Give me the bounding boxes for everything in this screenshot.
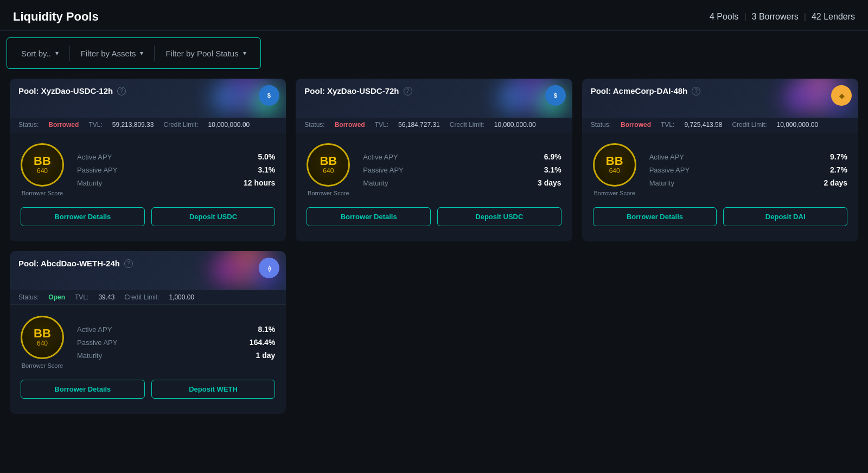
- pool-metrics: Active APY 8.1% Passive APY 164.4% Matur…: [77, 325, 275, 360]
- active-apy-row: Active APY 5.0%: [77, 152, 275, 161]
- active-apy-value: 6.9%: [544, 152, 561, 161]
- divider1: |: [744, 12, 746, 22]
- coin-icon: ◈: [831, 85, 852, 106]
- sort-by-chevron-icon: ▾: [55, 49, 59, 57]
- active-apy-row: Active APY 8.1%: [77, 325, 275, 334]
- svg-text:$: $: [554, 92, 558, 99]
- active-apy-label: Active APY: [649, 153, 684, 161]
- pool-card-header: Pool: AcmeCorp-DAI-48h ? ◈: [582, 79, 858, 118]
- borrower-rating: BB: [34, 328, 51, 340]
- maturity-label: Maturity: [77, 351, 102, 360]
- maturity-row: Maturity 1 day: [77, 351, 275, 360]
- filter-pool-status-label: Filter by Pool Status: [165, 49, 238, 58]
- coin-icon: $: [545, 85, 566, 106]
- pool-info-icon[interactable]: ?: [692, 87, 700, 95]
- passive-apy-label: Passive APY: [363, 166, 403, 174]
- pool-status-row: Status: Borrowed TVL: 9,725,413.58 Credi…: [582, 118, 858, 132]
- passive-apy-row: Passive APY 2.7%: [649, 165, 847, 174]
- passive-apy-row: Passive APY 3.1%: [77, 165, 275, 174]
- borrower-score-section: BB 640 Borrower Score: [21, 316, 64, 369]
- credit-limit-value: 10,000,000.00: [494, 121, 536, 129]
- passive-apy-row: Passive APY 164.4%: [77, 338, 275, 347]
- pool-status-row: Status: Borrowed TVL: 56,184,727.31 Cred…: [296, 118, 572, 132]
- pool-card-footer: Borrower Details Deposit USDC: [10, 202, 286, 236]
- borrower-details-button[interactable]: Borrower Details: [593, 207, 717, 226]
- borrower-score-circle: BB 640: [593, 143, 636, 187]
- pool-header-content: Pool: XyzDao-USDC-72h ?: [304, 86, 563, 95]
- tvl-label: TVL:: [661, 121, 674, 129]
- status-label: Status:: [304, 121, 324, 129]
- filter-assets-dropdown[interactable]: Filter by Assets ▾: [76, 47, 148, 60]
- pool-name: Pool: AbcdDao-WETH-24h: [18, 259, 120, 268]
- pool-header-content: Pool: XyzDao-USDC-12h ?: [18, 86, 277, 95]
- pool-card-header: Pool: XyzDao-USDC-12h ? $: [10, 79, 286, 118]
- pool-name-row: Pool: AcmeCorp-DAI-48h ?: [591, 86, 850, 95]
- filter-pool-status-chevron-icon: ▾: [243, 49, 246, 57]
- pool-name: Pool: XyzDao-USDC-12h: [18, 86, 113, 95]
- borrower-score-label: Borrower Score: [22, 362, 63, 369]
- credit-limit-label: Credit Limit:: [124, 293, 159, 301]
- pools-grid-bottom: Pool: AbcdDao-WETH-24h ? ⟠ Status: Open …: [0, 251, 868, 424]
- passive-apy-value: 164.4%: [250, 338, 275, 347]
- active-apy-value: 8.1%: [258, 325, 275, 334]
- tvl-value: 39.43: [98, 293, 114, 301]
- credit-limit-label: Credit Limit:: [450, 121, 484, 129]
- passive-apy-value: 3.1%: [258, 165, 275, 174]
- pool-card-footer: Borrower Details Deposit DAI: [582, 202, 858, 236]
- credit-limit-label: Credit Limit:: [732, 121, 767, 129]
- pool-info-icon[interactable]: ?: [124, 259, 133, 268]
- pool-name-row: Pool: XyzDao-USDC-72h ?: [304, 86, 563, 95]
- sort-by-dropdown[interactable]: Sort by.. ▾: [17, 47, 63, 60]
- borrower-score: 640: [37, 167, 48, 175]
- borrower-details-button[interactable]: Borrower Details: [307, 207, 431, 226]
- deposit-button[interactable]: Deposit WETH: [151, 380, 276, 399]
- filter-assets-chevron-icon: ▾: [140, 49, 143, 57]
- deposit-button[interactable]: Deposit DAI: [723, 207, 847, 226]
- deposit-button[interactable]: Deposit USDC: [437, 207, 561, 226]
- borrower-score-section: BB 640 Borrower Score: [593, 143, 636, 196]
- pool-header-content: Pool: AbcdDao-WETH-24h ?: [18, 259, 277, 268]
- maturity-row: Maturity 12 hours: [77, 178, 275, 187]
- pool-status-row: Status: Borrowed TVL: 59,213,809.33 Cred…: [10, 118, 286, 132]
- borrower-rating: BB: [320, 155, 337, 167]
- borrower-score-label: Borrower Score: [593, 190, 635, 196]
- status-label: Status:: [18, 293, 39, 301]
- page-header: Liquidity Pools 4 Pools | 3 Borrowers | …: [0, 0, 868, 31]
- filter-bar: Sort by.. ▾ Filter by Assets ▾ Filter by…: [7, 37, 261, 69]
- status-label: Status:: [18, 121, 39, 129]
- borrower-score: 640: [37, 340, 48, 347]
- passive-apy-label: Passive APY: [77, 166, 117, 174]
- svg-text:◈: ◈: [839, 92, 845, 100]
- borrower-details-button[interactable]: Borrower Details: [21, 207, 145, 226]
- pool-status-row: Status: Open TVL: 39.43 Credit Limit: 1,…: [10, 290, 286, 305]
- pool-info-icon[interactable]: ?: [117, 87, 126, 95]
- borrower-details-button[interactable]: Borrower Details: [21, 380, 145, 399]
- status-value: Borrowed: [48, 121, 79, 129]
- passive-apy-label: Passive APY: [77, 338, 117, 347]
- active-apy-row: Active APY 9.7%: [649, 152, 847, 161]
- filter-pool-status-dropdown[interactable]: Filter by Pool Status ▾: [161, 47, 250, 60]
- borrower-rating: BB: [606, 155, 623, 167]
- borrower-score-circle: BB 640: [21, 143, 64, 187]
- pool-name-row: Pool: XyzDao-USDC-12h ?: [18, 86, 277, 95]
- borrowers-count: 3 Borrowers: [752, 12, 799, 22]
- credit-limit-value: 1,000.00: [169, 293, 194, 301]
- pool-card-pool3: Pool: AcmeCorp-DAI-48h ? ◈ Status: Borro…: [582, 79, 858, 241]
- svg-text:$: $: [267, 92, 271, 99]
- pool-name: Pool: XyzDao-USDC-72h: [304, 86, 399, 95]
- maturity-label: Maturity: [77, 179, 102, 187]
- pool-info-icon[interactable]: ?: [404, 87, 412, 95]
- pool-card-body: BB 640 Borrower Score Active APY 5.0% Pa…: [10, 132, 286, 202]
- filter-assets-label: Filter by Assets: [81, 49, 136, 58]
- pools-count: 4 Pools: [710, 12, 738, 22]
- pool-card-body: BB 640 Borrower Score Active APY 6.9% Pa…: [296, 132, 572, 202]
- maturity-value: 2 days: [824, 178, 847, 187]
- pool-name: Pool: AcmeCorp-DAI-48h: [591, 86, 688, 95]
- passive-apy-value: 3.1%: [544, 165, 561, 174]
- tvl-label: TVL:: [88, 121, 102, 129]
- maturity-value: 1 day: [256, 351, 276, 360]
- header-stats: 4 Pools | 3 Borrowers | 42 Lenders: [710, 12, 855, 22]
- borrower-rating: BB: [34, 155, 51, 167]
- pool-name-row: Pool: AbcdDao-WETH-24h ?: [18, 259, 277, 268]
- deposit-button[interactable]: Deposit USDC: [151, 207, 276, 226]
